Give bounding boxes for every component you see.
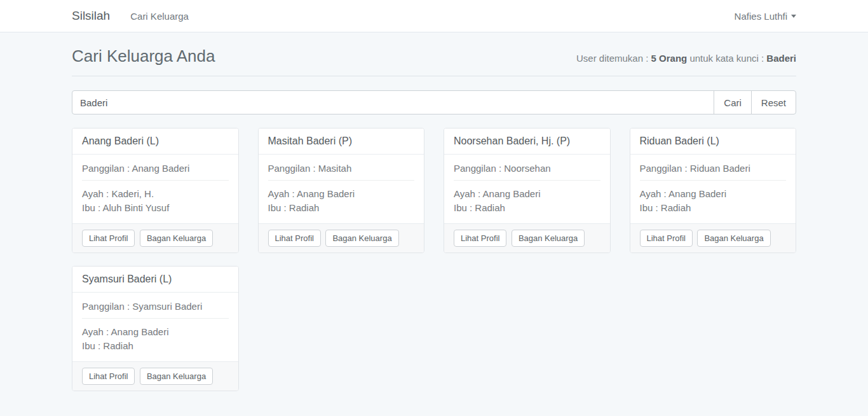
result-summary: User ditemukan : 5 Orang untuk kata kunc… [576,53,796,64]
caret-down-icon [791,15,796,18]
main-content: Cari Keluarga Anda User ditemukan : 5 Or… [72,32,796,416]
results-grid: Anang Baderi (L) Panggilan : Anang Bader… [72,128,796,416]
person-card-body: Panggilan : Riduan Baderi Ayah : Anang B… [630,155,796,223]
person-mother: Ibu : Aluh Binti Yusuf [82,201,229,215]
person-card: Masitah Baderi (P) Panggilan : Masitah A… [258,128,425,253]
divider [82,318,229,319]
person-nickname: Panggilan : Noorsehan [454,163,600,174]
divider [82,180,229,181]
divider [268,180,415,181]
page-header: Cari Keluarga Anda User ditemukan : 5 Or… [72,32,796,76]
person-card-body: Panggilan : Noorsehan Ayah : Anang Bader… [444,155,610,223]
divider [454,180,600,181]
person-mother: Ibu : Radiah [82,339,229,353]
lihat-profil-button[interactable]: Lihat Profil [640,230,693,247]
page-title: Cari Keluarga Anda [72,46,215,66]
person-card-footer: Lihat Profil Bagan Keluarga [72,361,238,391]
bagan-keluarga-button[interactable]: Bagan Keluarga [140,230,213,247]
person-card: Anang Baderi (L) Panggilan : Anang Bader… [72,128,239,253]
person-father: Ayah : Kaderi, H. [82,187,229,201]
result-count: 5 Orang [651,53,688,64]
person-card-title: Masitah Baderi (P) [259,128,424,155]
person-nickname: Panggilan : Masitah [268,163,415,174]
lihat-profil-button[interactable]: Lihat Profil [268,230,321,247]
bagan-keluarga-button[interactable]: Bagan Keluarga [140,368,213,385]
person-mother: Ibu : Radiah [640,201,787,215]
person-father: Ayah : Anang Baderi [82,325,229,339]
search-bar: Cari Reset [72,90,796,114]
person-card-title: Anang Baderi (L) [72,128,238,155]
person-card-body: Panggilan : Anang Baderi Ayah : Kaderi, … [72,155,238,223]
person-mother: Ibu : Radiah [268,201,415,215]
person-nickname: Panggilan : Anang Baderi [82,163,229,174]
lihat-profil-button[interactable]: Lihat Profil [82,230,135,247]
person-card-body: Panggilan : Masitah Ayah : Anang Baderi … [259,155,424,223]
reset-button[interactable]: Reset [751,90,796,114]
result-summary-middle: untuk kata kunci : [687,53,766,64]
bagan-keluarga-button[interactable]: Bagan Keluarga [697,230,770,247]
person-card-title: Syamsuri Baderi (L) [72,267,238,293]
brand-silsilah[interactable]: Silsilah [72,9,110,23]
person-mother: Ibu : Radiah [454,201,600,215]
person-father: Ayah : Anang Baderi [454,187,600,201]
user-menu-dropdown[interactable]: Nafies Luthfi [735,11,796,22]
lihat-profil-button[interactable]: Lihat Profil [454,230,506,247]
divider [640,180,787,181]
person-card-title: Riduan Baderi (L) [630,128,796,155]
result-summary-prefix: User ditemukan : [576,53,651,64]
person-card-body: Panggilan : Syamsuri Baderi Ayah : Anang… [72,293,238,361]
person-father: Ayah : Anang Baderi [268,187,415,201]
person-card: Syamsuri Baderi (L) Panggilan : Syamsuri… [72,266,239,391]
lihat-profil-button[interactable]: Lihat Profil [82,368,135,385]
search-input[interactable] [72,90,714,114]
user-name: Nafies Luthfi [735,11,787,22]
navbar: Silsilah Cari Keluarga Nafies Luthfi [0,0,868,32]
person-card-footer: Lihat Profil Bagan Keluarga [444,223,610,253]
person-nickname: Panggilan : Riduan Baderi [640,163,787,174]
person-card-footer: Lihat Profil Bagan Keluarga [630,223,796,253]
person-nickname: Panggilan : Syamsuri Baderi [82,301,229,312]
person-card-footer: Lihat Profil Bagan Keluarga [259,223,424,253]
cari-button[interactable]: Cari [714,90,752,114]
bagan-keluarga-button[interactable]: Bagan Keluarga [512,230,585,247]
nav-item-cari-keluarga[interactable]: Cari Keluarga [130,11,189,22]
person-father: Ayah : Anang Baderi [640,187,787,201]
result-keyword: Baderi [766,53,796,64]
person-card: Riduan Baderi (L) Panggilan : Riduan Bad… [630,128,797,253]
bagan-keluarga-button[interactable]: Bagan Keluarga [325,230,398,247]
person-card: Noorsehan Baderi, Hj. (P) Panggilan : No… [444,128,611,253]
person-card-title: Noorsehan Baderi, Hj. (P) [444,128,610,155]
person-card-footer: Lihat Profil Bagan Keluarga [72,223,238,253]
